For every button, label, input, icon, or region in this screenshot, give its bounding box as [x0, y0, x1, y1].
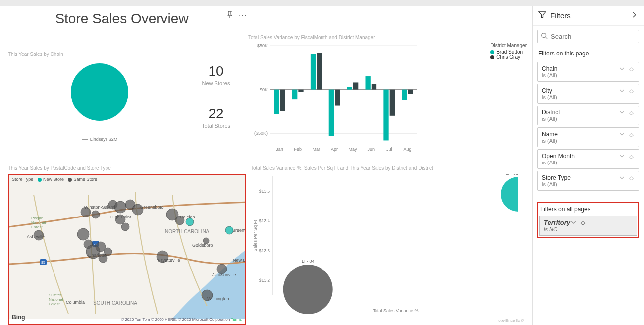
filter-card[interactable]: Districtis (All)	[537, 106, 639, 125]
filter-name: City	[542, 87, 619, 94]
svg-point-82	[542, 33, 546, 38]
legend-item-brad[interactable]: Brad Sutton	[490, 49, 527, 54]
filter-card[interactable]: Store Typeis (All)	[537, 171, 639, 191]
svg-text:Aug: Aug	[404, 147, 412, 152]
filter-name: Territory	[544, 219, 570, 226]
filter-value: is (All)	[542, 181, 619, 187]
filter-value: is NC	[544, 226, 570, 232]
filter-name: Open Month	[542, 153, 619, 160]
chevron-down-icon[interactable]	[619, 131, 625, 139]
global-filters-label: Filters on all pages	[539, 204, 637, 216]
map-legend: Store Type New Store Same Store	[9, 175, 245, 184]
svg-point-59	[225, 226, 233, 234]
chevron-down-icon[interactable]	[570, 219, 577, 227]
svg-rect-20	[347, 87, 352, 89]
collapse-pane-icon[interactable]	[630, 11, 638, 20]
chevron-down-icon[interactable]	[619, 65, 625, 73]
eraser-icon[interactable]	[628, 131, 635, 139]
bar-chart-title: Total Sales Variance by FiscalMonth and …	[248, 35, 524, 40]
pin-icon[interactable]	[226, 11, 234, 20]
map-legend-chip-same	[68, 178, 72, 182]
scatter-chart[interactable]: $13.5$13.4$13.3$13.2-8.0%-7.5%-7.0%-6.5%…	[251, 174, 523, 315]
map-legend-same[interactable]: Same Store	[73, 177, 97, 182]
map-state-nc: NORTH CAROLINA	[165, 229, 210, 234]
svg-text:Feb: Feb	[294, 147, 302, 152]
shield-icon: 85	[40, 259, 47, 265]
filter-name: Chain	[542, 65, 619, 72]
global-filters-highlight: Filters on all pages Territory is NC	[537, 202, 639, 238]
filter-card[interactable]: Open Monthis (All)	[537, 149, 639, 169]
svg-point-58	[186, 218, 194, 226]
chevron-down-icon[interactable]	[619, 174, 625, 182]
filter-value: is (All)	[542, 160, 619, 165]
svg-point-37	[34, 230, 44, 240]
chevron-down-icon[interactable]	[619, 153, 625, 161]
map-city-goldsboro: Goldsboro	[192, 243, 213, 248]
svg-text:$13.3: $13.3	[259, 248, 270, 253]
svg-rect-23	[365, 76, 370, 90]
kpi-new-stores-value: 10	[191, 63, 241, 79]
svg-rect-9	[280, 90, 285, 111]
filter-value: is (All)	[542, 138, 619, 144]
svg-text:$13.5: $13.5	[259, 189, 270, 194]
map-svg[interactable]: PisgahNationalForest SumterNationalFores…	[9, 175, 246, 319]
eraser-icon[interactable]	[628, 65, 635, 73]
eraser-icon[interactable]	[628, 87, 635, 95]
map-state-sc: SOUTH CAROLINA	[93, 300, 137, 306]
kpi-new-stores-label: New Stores	[191, 80, 241, 86]
filter-card[interactable]: Nameis (All)	[537, 127, 639, 147]
svg-rect-15	[317, 53, 322, 89]
filters-title: Filters	[550, 11, 626, 20]
svg-point-1	[71, 63, 128, 121]
eraser-icon[interactable]	[628, 153, 635, 161]
chevron-down-icon[interactable]	[619, 87, 625, 95]
pie-legend-item: Lindseys $2M	[8, 137, 191, 142]
svg-point-53	[175, 216, 184, 225]
filter-icon	[538, 11, 546, 20]
filter-search-input[interactable]	[551, 33, 636, 40]
bing-logo: Bing	[12, 314, 25, 321]
filter-name: Store Type	[542, 174, 619, 181]
svg-rect-81	[518, 174, 523, 315]
svg-text:LI - 03: LI - 03	[505, 174, 518, 176]
svg-text:Apr: Apr	[331, 147, 338, 152]
svg-text:Total Sales Variance %: Total Sales Variance %	[373, 308, 419, 313]
more-options-icon[interactable]: ···	[239, 11, 247, 20]
svg-point-54	[203, 238, 209, 244]
eraser-icon[interactable]	[580, 219, 586, 227]
eraser-icon[interactable]	[628, 109, 635, 117]
map-title: This Year Sales by PostalCode and Store …	[8, 165, 246, 171]
map-terms-link[interactable]: Terms	[231, 317, 242, 322]
pie-chart[interactable]	[35, 60, 164, 134]
bar-chart-legend: District Manager Brad Sutton Chris Gray	[490, 43, 527, 60]
svg-text:$13.4: $13.4	[259, 218, 270, 223]
svg-point-57	[202, 290, 213, 301]
legend-item-chris[interactable]: Chris Gray	[490, 54, 527, 60]
map-legend-new[interactable]: New Store	[43, 177, 64, 182]
svg-text:85: 85	[41, 261, 45, 264]
bar-chart[interactable]: $50K$0K($50K)JanFebMarAprMayJunJulAug	[248, 43, 471, 155]
filter-name: District	[542, 109, 619, 116]
svg-line-83	[546, 37, 548, 39]
svg-text:Sales Per Sq Ft: Sales Per Sq Ft	[253, 220, 258, 252]
filter-card-territory[interactable]: Territory is NC	[539, 216, 637, 236]
page-filters-label: Filters on this page	[533, 47, 644, 60]
svg-point-44	[115, 215, 125, 224]
svg-rect-26	[383, 90, 388, 141]
svg-text:May: May	[348, 147, 357, 152]
svg-rect-18	[335, 90, 340, 106]
filter-card[interactable]: Chainis (All)	[537, 62, 639, 82]
map-visual[interactable]: Store Type New Store Same Store	[8, 174, 246, 325]
svg-point-41	[114, 201, 126, 213]
svg-rect-8	[274, 90, 279, 114]
chevron-down-icon[interactable]	[619, 109, 625, 117]
filter-card[interactable]: Cityis (All)	[537, 84, 639, 104]
svg-point-43	[132, 204, 143, 215]
window-top-bar	[0, 0, 644, 6]
svg-text:Jul: Jul	[386, 147, 392, 152]
svg-rect-17	[329, 90, 334, 136]
svg-rect-27	[390, 90, 395, 116]
eraser-icon[interactable]	[628, 174, 635, 182]
obvience-credit: obviEnce llc ©	[498, 318, 524, 323]
filter-search[interactable]	[537, 30, 639, 43]
